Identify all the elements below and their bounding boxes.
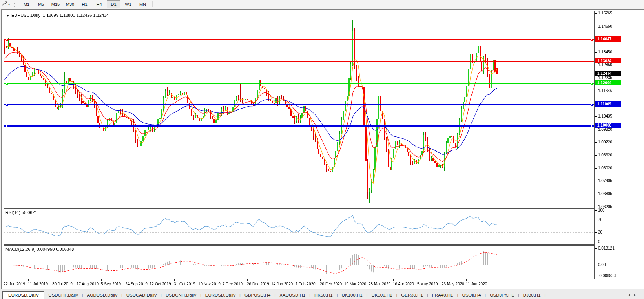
price-tick [595,181,597,181]
line-handle[interactable] [6,104,8,106]
date-label: 7 Dec 2019 [223,282,243,286]
date-tick [223,279,223,281]
tab-eurusd-daily-0[interactable]: EURUSD,Daily [2,291,44,299]
date-tick [296,279,296,281]
date-label: 11 Jun 2020 [466,282,487,286]
macd-tick [595,276,597,276]
timeframe-button-d1[interactable]: D1 [107,0,120,8]
date-tick [418,279,418,281]
timeframe-button-m5[interactable]: M5 [34,0,48,8]
date-label: 30 Jul 2019 [52,282,73,286]
rsi-pane: RSI(14) 55.0621 [4,208,595,245]
price-tick-label: 1.14650 [598,24,612,29]
line-handle[interactable] [591,104,593,106]
date-label: 26 Dec 2019 [247,282,269,286]
macd-pane: MACD(12,26,9) 0.004950 0.006348 [4,245,595,280]
timeframe-button-h1[interactable]: H1 [78,0,91,8]
timeframe-button-m1[interactable]: M1 [20,0,33,8]
tab-ger30-h1-11[interactable]: GER30,H1 [397,291,427,299]
date-label: 23 May 2020 [441,282,464,286]
hline-1.10008[interactable] [4,125,594,127]
line-handle[interactable] [591,125,593,127]
line-handle[interactable] [6,125,8,127]
date-label: 31 Oct 2019 [174,282,195,286]
tab-audusd-daily-2[interactable]: AUDUSD,Daily [83,291,121,299]
price-tick [595,168,597,169]
line-handle[interactable] [6,83,8,85]
hline-1.14047[interactable] [4,39,594,40]
timeframe-button-m15[interactable]: M15 [49,0,62,8]
rsi-tick [595,232,597,233]
date-label: 16 Apr 2020 [393,282,414,286]
timeframe-button-m30[interactable]: M30 [63,0,77,8]
price-tick-label: 1.11635 [598,89,612,93]
date-tick [442,279,442,281]
price-tick-label: 1.13450 [598,50,612,54]
tab-usdjpy-h1-14[interactable]: USDJPY,H1 [486,291,518,299]
price-level-badge-1.14047: 1.14047 [595,36,621,42]
hline-1.11009[interactable] [4,104,594,105]
price-tick [595,78,597,78]
macd-tick-label: 0.013121 [598,246,615,250]
chart-tool-button[interactable]: ▾ [1,1,11,8]
macd-canvas[interactable] [4,246,594,279]
hline-1.12004[interactable] [4,83,594,84]
rsi-tick [595,242,597,242]
tab-dj30-h1-15[interactable]: DJ30,H1 [519,291,545,299]
tab-usdchf-daily-1[interactable]: USDCHF,Daily [44,291,82,299]
price-tick [595,194,597,194]
hline-1.13034[interactable] [4,61,594,62]
tab-xauusd-h1-7[interactable]: XAUUSD,H1 [275,291,309,299]
tab-scroll-left-icon[interactable]: ◂ [628,292,634,297]
price-level-badge-1.11009: 1.11009 [595,101,621,107]
main-chart-pane: ▼EURUSD,Daily 1.12699 1.12800 1.12426 1.… [4,11,595,209]
mt4-window: ▾ M1M5M15M30H1H4D1W1MN ▼EURUSD,Daily 1.1… [0,0,644,299]
tab-usdcad-daily-3[interactable]: USDCAD,Daily [122,291,161,299]
tab-gbpusd-h4-6[interactable]: GBPUSD,H4 [241,291,274,299]
line-handle[interactable] [591,83,593,85]
price-tick [595,155,597,156]
price-tick-label: 1.08020 [598,166,612,170]
tab-fra40-h1-12[interactable]: FRA40,H1 [428,291,457,299]
price-tick [595,13,597,14]
date-label: 12 Oct 2019 [150,282,171,286]
rsi-tick [595,210,597,211]
date-label: 5 Sep 2019 [101,282,121,286]
date-tick [247,279,248,281]
timeframe-button-h4[interactable]: H4 [92,0,106,8]
tab-scroll-right-icon[interactable]: ▸ [634,292,640,297]
line-handle[interactable] [6,39,8,41]
date-label: 17 Aug 2019 [77,282,99,286]
toolbar-grip[interactable] [14,2,16,7]
tab-eurusd-daily-5[interactable]: EURUSD,Daily [201,291,239,299]
rsi-tick [595,220,597,220]
timeframe-button-mn[interactable]: MN [136,0,150,8]
price-tick-label: 1.06805 [598,192,612,196]
tab-usdcnh-daily-4[interactable]: USDCNH,Daily [162,291,200,299]
price-tick [595,130,597,130]
tab-uk100-h1-9[interactable]: UK100,H1 [338,291,367,299]
chart-line-tool-icon [2,1,7,8]
date-axis[interactable]: 22 Jun 201911 Jul 201930 Jul 201917 Aug … [4,279,594,288]
line-handle[interactable] [591,39,593,41]
price-tick-label: 1.08620 [598,153,612,157]
tab-uk100-h1-10[interactable]: UK100,H1 [367,291,396,299]
date-tick [320,279,321,281]
rsi-canvas[interactable] [4,209,594,243]
rsi-tick-label: 30 [598,230,602,234]
date-tick [345,279,345,281]
tab-hk50-h1-8[interactable]: HK50,H1 [310,291,337,299]
toolbar: ▾ M1M5M15M30H1H4D1W1MN [0,0,644,9]
collapse-caret-icon[interactable]: ▼ [6,14,9,18]
current-price-line[interactable] [4,74,594,74]
timeframe-button-w1[interactable]: W1 [121,0,135,8]
price-level-badge-1.10008: 1.10008 [595,123,621,128]
price-axis[interactable]: 1.152651.146501.134501.128501.122351.116… [594,11,644,279]
tab-scroll-arrows[interactable]: ◂▸ [628,292,640,297]
date-tick [466,279,467,281]
timeframe-toolbar: M1M5M15M30H1H4D1W1MN [19,0,150,8]
dropdown-caret-icon[interactable]: ▾ [8,3,10,6]
macd-tick-label: 0.00 [598,263,606,267]
date-label: 24 Sep 2019 [125,282,148,286]
tab-usoil-h4-13[interactable]: USOil,H4 [458,291,485,299]
